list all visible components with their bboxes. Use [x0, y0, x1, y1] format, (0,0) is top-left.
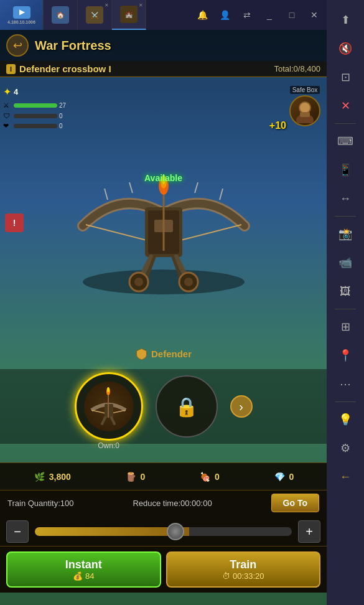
- close-sidebar-btn[interactable]: ✕: [332, 92, 359, 120]
- lock-icon: 🔒: [175, 396, 198, 418]
- slider-track[interactable]: [35, 527, 292, 536]
- tab-home[interactable]: 🏠: [44, 0, 78, 30]
- screenshot-btn[interactable]: 📸: [332, 220, 359, 248]
- unit-total: Total:0/8,400: [274, 64, 320, 73]
- minimize-btn[interactable]: _: [259, 6, 279, 24]
- location-btn[interactable]: 📍: [332, 342, 359, 369]
- unit-card-active[interactable]: Own:0: [75, 372, 143, 441]
- svg-point-27: [107, 387, 110, 392]
- stone-value: 0: [141, 472, 146, 482]
- crossbow-area: [58, 105, 269, 322]
- svg-point-23: [184, 278, 193, 286]
- xp-icon: ✦: [3, 86, 11, 98]
- slider-bar: − +: [0, 515, 327, 548]
- wood-icon: 🌿: [33, 470, 47, 484]
- safe-box-avatar: [289, 95, 320, 126]
- gem-value: 0: [289, 472, 294, 482]
- unit-selector: Own:0 🔒 ›: [0, 369, 327, 444]
- svg-line-29: [111, 418, 114, 424]
- attack-bar-fill: [14, 103, 57, 108]
- close-btn[interactable]: ✕: [304, 6, 324, 24]
- unit-card-inner: [84, 382, 134, 431]
- header-bar: ↩ War Fortress: [0, 30, 327, 61]
- bluestacks-logo: ▶ 4.180.10.1006: [0, 0, 44, 30]
- slider-plus-button[interactable]: +: [298, 520, 320, 543]
- next-arrow-button[interactable]: ›: [230, 395, 253, 418]
- shield-stat-icon: 🛡: [3, 112, 12, 120]
- keyboard-btn[interactable]: ⌨: [332, 128, 359, 155]
- food-icon: 🍖: [198, 470, 212, 484]
- multiinstance-btn[interactable]: ⊞: [332, 313, 359, 340]
- tab-hc[interactable]: ⚔️ ✕: [78, 0, 112, 30]
- train-button[interactable]: Train ⏱ 00:33:20: [166, 551, 321, 588]
- mute-btn[interactable]: 🔇: [332, 35, 359, 62]
- tab-cl-close[interactable]: ✕: [139, 2, 143, 8]
- transfer-btn[interactable]: ⇄: [237, 6, 257, 24]
- back-button[interactable]: ↩: [6, 34, 29, 57]
- fullscreen-btn[interactable]: ⊡: [332, 63, 359, 91]
- back-btn-sidebar[interactable]: ←: [332, 463, 359, 490]
- reduce-time-label: Reduce time:00:00:00: [133, 499, 212, 508]
- sidebar-divider-2: [335, 216, 356, 217]
- food-value: 0: [215, 472, 220, 482]
- bottom-buttons: Instant 💰 84 Train ⏱ 00:33:20: [0, 546, 327, 593]
- svg-line-12: [105, 189, 108, 200]
- gear-btn[interactable]: ⚙: [332, 434, 359, 462]
- defender-shield-icon: [135, 347, 147, 360]
- tab-cl[interactable]: 🏰 ✕: [112, 0, 146, 30]
- page-title: War Fortress: [35, 39, 111, 53]
- resources-bar: 🌿 3,800 🪵 0 🍖 0 💎 0: [0, 462, 327, 490]
- avatar-svg: [292, 98, 317, 123]
- instant-button[interactable]: Instant 💰 84: [6, 551, 161, 588]
- defender-label: Defender: [135, 347, 192, 360]
- train-time: ⏱ 00:33:20: [222, 571, 264, 581]
- unit-card-locked[interactable]: 🔒: [156, 375, 218, 438]
- record-btn[interactable]: 📹: [332, 249, 359, 276]
- safe-box[interactable]: Safe Box: [289, 86, 320, 126]
- svg-line-14: [195, 182, 198, 193]
- tab-hc-icon: ⚔️: [86, 6, 103, 24]
- resource-wood: 🌿 3,800: [33, 470, 71, 484]
- tab-home-icon: 🏠: [52, 6, 69, 24]
- svg-line-28: [102, 418, 105, 424]
- stat-row-attack: ⚔ 27: [3, 101, 74, 110]
- svg-point-21: [134, 278, 143, 286]
- health-bar-bg: [14, 124, 57, 128]
- profile-btn[interactable]: 👤: [215, 6, 235, 24]
- slider-minus-button[interactable]: −: [6, 520, 29, 543]
- goto-button[interactable]: Go To: [271, 494, 319, 512]
- maximize-btn[interactable]: □: [282, 6, 302, 24]
- own-label: Own:0: [98, 441, 119, 450]
- attack-icon: ⚔: [3, 101, 12, 110]
- slider-thumb[interactable]: [167, 523, 184, 540]
- device-btn[interactable]: 📱: [332, 156, 359, 184]
- unit-info-bar: I Defender crossbow I Total:0/8,400: [0, 61, 327, 77]
- more-btn[interactable]: ⋯: [332, 370, 359, 398]
- game-area: ↩ War Fortress I Defender crossbow I Tot…: [0, 30, 327, 605]
- train-time-icon: ⏱: [222, 571, 230, 581]
- expand-btn[interactable]: ⬆: [332, 6, 359, 34]
- xp-value: 4: [14, 87, 18, 96]
- notification-btn[interactable]: 🔔: [192, 6, 212, 24]
- tab-hc-close[interactable]: ✕: [105, 2, 109, 8]
- unit-name: Defender crossbow I: [19, 63, 111, 74]
- warning-icon: !: [13, 218, 16, 228]
- svg-rect-3: [300, 112, 310, 117]
- attack-value: 27: [59, 102, 74, 109]
- instant-label: Instant: [65, 558, 102, 571]
- light-btn[interactable]: 💡: [332, 406, 359, 433]
- warning-badge: !: [5, 213, 24, 232]
- rotate-btn[interactable]: ↔: [332, 185, 359, 212]
- resource-stone: 🪵 0: [124, 470, 146, 484]
- tab-bar: 🏠 ⚔️ ✕ 🏰 ✕: [44, 0, 192, 30]
- chevron-right-icon: ›: [239, 400, 243, 414]
- resource-food: 🍖 0: [198, 470, 220, 484]
- tab-cl-icon: 🏰: [120, 6, 138, 23]
- gallery-btn[interactable]: 🖼: [332, 278, 359, 305]
- svg-point-4: [83, 270, 245, 294]
- shield-value: 0: [59, 113, 74, 120]
- xp-badge: ✦ 4: [3, 86, 18, 98]
- svg-line-15: [220, 189, 223, 200]
- stat-row-shield: 🛡 0: [3, 112, 74, 120]
- sidebar-divider-3: [335, 309, 356, 309]
